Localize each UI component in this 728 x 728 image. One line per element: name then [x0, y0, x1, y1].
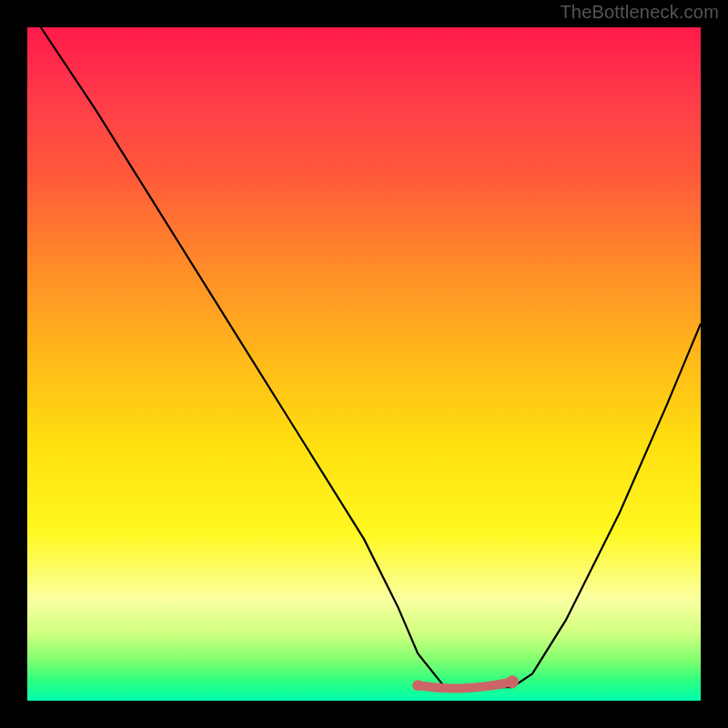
optimal-range-marker — [418, 682, 512, 688]
optimal-dot-left — [412, 680, 423, 691]
plot-area — [27, 27, 701, 701]
watermark-text: TheBottleneck.com — [560, 2, 719, 23]
chart-container: TheBottleneck.com — [0, 0, 728, 728]
curve-svg — [27, 27, 701, 701]
bottleneck-curve-line — [41, 27, 701, 687]
optimal-dot-right — [506, 675, 519, 688]
